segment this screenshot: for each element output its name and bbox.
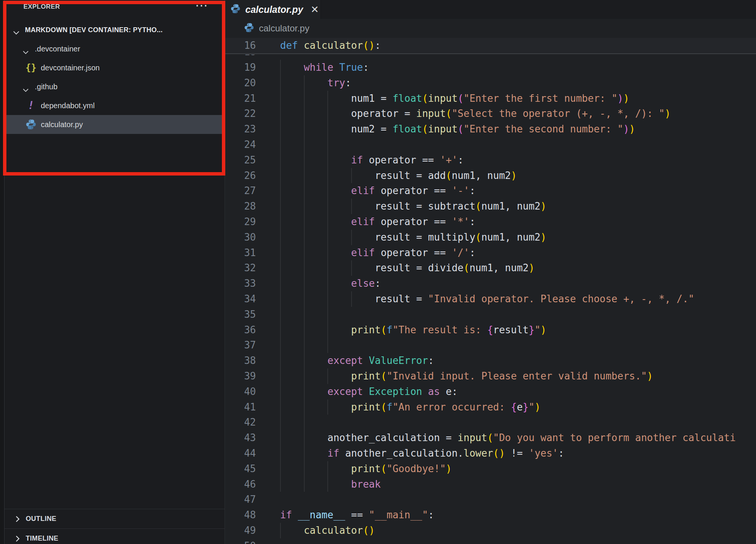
line-number: 41 — [225, 399, 256, 415]
code-text: num1 = float(input("Enter the first numb… — [280, 91, 629, 106]
indent-guide — [280, 307, 281, 322]
code-text: print("Invalid input. Please enter valid… — [280, 368, 653, 384]
line-number: 36 — [225, 322, 256, 338]
timeline-panel-label: TIMELINE — [26, 529, 58, 544]
code-line-32[interactable]: 32 result = divide(num1, num2) — [225, 260, 756, 276]
code-line-28[interactable]: 28 result = subtract(num1, num2) — [225, 199, 756, 214]
code-text: def calculator(): — [280, 38, 381, 53]
code-line-40[interactable]: 40 except Exception as e: — [225, 384, 756, 399]
code-line-50[interactable]: 50 — [225, 538, 756, 544]
indent-guide — [304, 307, 305, 322]
code-text: elif operator == '*': — [280, 214, 476, 230]
code-line-24[interactable]: 24 — [225, 137, 756, 152]
code-line-25[interactable]: 25 if operator == '+': — [225, 152, 756, 168]
code-text: break — [280, 477, 381, 492]
code-line-49[interactable]: 49 calculator() — [225, 523, 756, 538]
code-line-19[interactable]: 19 while True: — [225, 60, 756, 75]
code-line-34[interactable]: 34 result = "Invalid operator. Please ch… — [225, 291, 756, 307]
code-line-30[interactable]: 30 result = multiply(num1, num2) — [225, 230, 756, 245]
indent-guide — [327, 337, 328, 353]
code-line-27[interactable]: 27 elif operator == '-': — [225, 183, 756, 199]
code-line-36[interactable]: 36 print(f"The result is: {result}") — [225, 322, 756, 338]
code-line-22[interactable]: 22 operator = input("Select the operator… — [225, 106, 756, 121]
code-text: print("Goodbye!") — [280, 461, 452, 477]
line-number: 45 — [225, 461, 256, 477]
outline-panel-header[interactable]: OUTLINE — [5, 509, 225, 528]
python-icon — [244, 22, 254, 34]
line-number: 22 — [225, 106, 256, 121]
code-text: result = add(num1, num2) — [280, 168, 517, 183]
line-number: 16 — [225, 38, 256, 53]
indent-guide — [327, 137, 328, 152]
code-text: if another_calculation.lower() != 'yes': — [280, 446, 564, 461]
code-line-46[interactable]: 46 break — [225, 477, 756, 492]
line-number: 50 — [225, 538, 256, 544]
code-line-39[interactable]: 39 print("Invalid input. Please enter va… — [225, 368, 756, 384]
code-lines: 19 while True:20 try:21 num1 = float(inp… — [225, 60, 756, 544]
code-line-37[interactable]: 37 — [225, 337, 756, 353]
code-line-26[interactable]: 26 result = add(num1, num2) — [225, 168, 756, 183]
code-line-21[interactable]: 21 num1 = float(input("Enter the first n… — [225, 91, 756, 106]
code-line-33[interactable]: 33 else: — [225, 276, 756, 291]
line-number: 19 — [225, 60, 256, 75]
line-number: 27 — [225, 183, 256, 199]
line-number: 25 — [225, 152, 256, 168]
editor-group: calculator.py ✕ calculator.py 16def calc… — [225, 0, 756, 544]
line-number: 37 — [225, 337, 256, 353]
code-line-42[interactable]: 42 — [225, 415, 756, 430]
line-number: 31 — [225, 245, 256, 261]
partially-hidden-line: 18 — [225, 54, 301, 59]
code-line-23[interactable]: 23 num2 = float(input("Enter the second … — [225, 121, 756, 137]
line-number: 24 — [225, 137, 256, 152]
breadcrumb[interactable]: calculator.py — [225, 19, 756, 38]
line-number: 29 — [225, 214, 256, 230]
breadcrumb-file-label: calculator.py — [259, 23, 309, 34]
chevron-right-icon — [13, 534, 22, 543]
line-number: 20 — [225, 75, 256, 91]
line-number: 43 — [225, 430, 256, 446]
code-text: result = divide(num1, num2) — [280, 260, 534, 276]
line-number: 30 — [225, 230, 256, 245]
code-text: elif operator == '/': — [280, 245, 476, 261]
line-number: 38 — [225, 353, 256, 368]
code-line-41[interactable]: 41 print(f"An error occurred: {e}") — [225, 399, 756, 415]
code-text: except ValueError: — [280, 353, 434, 368]
line-number: 18 — [225, 54, 256, 59]
line-number: 48 — [225, 507, 256, 523]
code-line-29[interactable]: 29 elif operator == '*': — [225, 214, 756, 230]
close-icon[interactable]: ✕ — [311, 5, 319, 14]
code-line-35[interactable]: 35 — [225, 307, 756, 322]
code-text: if operator == '+': — [280, 152, 463, 168]
code-text: print(f"The result is: {result}") — [280, 322, 546, 338]
code-line-44[interactable]: 44 if another_calculation.lower() != 'ye… — [225, 446, 756, 461]
line-number: 44 — [225, 446, 256, 461]
code-line-43[interactable]: 43 another_calculation = input("Do you w… — [225, 430, 756, 446]
line-number: 46 — [225, 477, 256, 492]
line-number: 23 — [225, 121, 256, 137]
sticky-scroll-line[interactable]: 16def calculator(): — [225, 38, 756, 54]
code-text: if __name__ == "__main__": — [280, 507, 434, 523]
line-number: 47 — [225, 492, 256, 507]
code-line-47[interactable]: 47 — [225, 492, 756, 507]
line-number: 21 — [225, 91, 256, 106]
code-line-38[interactable]: 38 except ValueError: — [225, 353, 756, 368]
code-line-45[interactable]: 45 print("Goodbye!") — [225, 461, 756, 477]
chevron-right-icon — [13, 514, 22, 524]
code-line-31[interactable]: 31 elif operator == '/': — [225, 245, 756, 261]
tab-calculator-py[interactable]: calculator.py ✕ — [225, 0, 321, 19]
line-number: 33 — [225, 276, 256, 291]
line-number: 32 — [225, 260, 256, 276]
indent-guide — [280, 337, 281, 353]
timeline-panel-header[interactable]: TIMELINE — [5, 529, 225, 544]
python-icon — [230, 3, 241, 16]
line-number: 42 — [225, 415, 256, 430]
code-text: while True: — [280, 60, 369, 75]
indent-guide — [280, 415, 281, 430]
line-number: 28 — [225, 199, 256, 214]
code-line-16[interactable]: 16def calculator(): — [225, 38, 756, 53]
code-line-20[interactable]: 20 try: — [225, 75, 756, 91]
code-text: result = multiply(num1, num2) — [280, 230, 546, 245]
code-line-48[interactable]: 48if __name__ == "__main__": — [225, 507, 756, 523]
annotation-rectangle — [3, 1, 225, 176]
line-number: 34 — [225, 291, 256, 307]
